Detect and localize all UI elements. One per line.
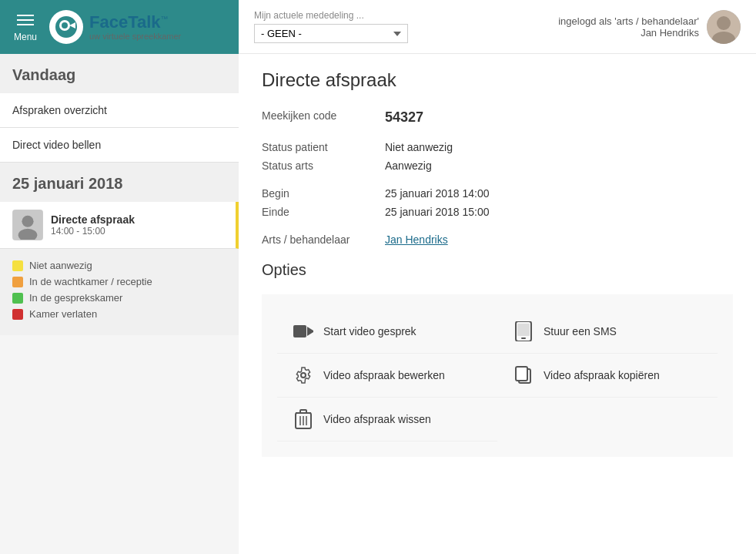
option-bewerken[interactable]: Video afspraak bewerken — [277, 354, 497, 398]
svg-rect-14 — [521, 337, 526, 339]
legend-wachtkamer: In de wachtkamer / receptie — [12, 276, 226, 287]
top-bar: Menu FaceTalk™ uw virtuele spreekkamer — [0, 0, 239, 54]
copy-icon — [513, 364, 534, 386]
einde-label: Einde — [262, 206, 385, 218]
main-content: Mijn actuele mededeling ... - GEEN - ing… — [239, 0, 756, 554]
einde-row: Einde 25 januari 2018 15:00 — [262, 206, 733, 218]
status-patient-value: Niet aanwezig — [385, 141, 453, 153]
menu-button[interactable]: Menu — [9, 8, 42, 45]
mededeling-select[interactable]: - GEEN - — [254, 24, 408, 43]
page-body: Directe afspraak Meekijken code 54327 St… — [239, 54, 756, 554]
option-stuur-sms[interactable]: Stuur een SMS — [497, 310, 718, 354]
user-info-text: ingelogd als 'arts / behandelaar' Jan He… — [558, 15, 699, 39]
einde-value: 25 januari 2018 15:00 — [385, 206, 489, 218]
option-start-video[interactable]: Start video gesprek — [277, 310, 497, 354]
status-patient-row: Status patient Niet aanwezig — [262, 141, 733, 153]
svg-rect-19 — [300, 410, 306, 413]
option-start-video-label: Start video gesprek — [323, 325, 416, 337]
today-heading: Vandaag — [0, 54, 239, 93]
appointment-info: Directe afspraak 14:00 - 15:00 — [51, 213, 223, 237]
option-bewerken-label: Video afspraak bewerken — [323, 369, 445, 381]
legend-label-niet-aanwezig: Niet aanwezig — [29, 260, 92, 271]
logo-main-text: FaceTalk — [89, 13, 161, 32]
gear-icon — [293, 364, 314, 386]
option-stuur-sms-label: Stuur een SMS — [544, 325, 617, 337]
main-header: Mijn actuele mededeling ... - GEEN - ing… — [239, 0, 756, 54]
menu-label: Menu — [14, 32, 37, 42]
sidebar: Menu FaceTalk™ uw virtuele spreekkamer V… — [0, 0, 239, 554]
user-name: Jan Hendriks — [558, 27, 699, 39]
header-mededeling: Mijn actuele mededeling ... - GEEN - — [254, 10, 408, 43]
avatar — [12, 210, 43, 240]
meekijken-label: Meekijken code — [262, 109, 385, 122]
option-kopieren-label: Video afspraak kopiëren — [544, 369, 660, 381]
logo-text: FaceTalk™ uw virtuele spreekkamer — [89, 13, 181, 41]
meekijken-value: 54327 — [385, 109, 423, 126]
legend-dot-green — [12, 293, 23, 304]
status-patient-label: Status patient — [262, 141, 385, 153]
arts-label: Arts / behandelaar — [262, 233, 385, 246]
mededeling-label: Mijn actuele mededeling ... — [254, 10, 408, 21]
legend-dot-yellow — [12, 260, 23, 271]
logo-circle — [49, 10, 83, 44]
arts-value[interactable]: Jan Hendriks — [385, 233, 448, 246]
legend-label-gesprekskamer: In de gesprekskamer — [29, 292, 122, 304]
legend-niet-aanwezig: Niet aanwezig — [12, 260, 226, 271]
svg-rect-16 — [516, 367, 527, 381]
legend-gesprekskamer: In de gesprekskamer — [12, 292, 226, 304]
status-arts-row: Status arts Aanwezig — [262, 159, 733, 172]
appointment-title: Directe afspraak — [51, 213, 223, 226]
svg-point-5 — [22, 216, 33, 227]
begin-value: 25 januari 2018 14:00 — [385, 187, 489, 200]
svg-point-2 — [62, 22, 68, 29]
header-user: ingelogd als 'arts / behandelaar' Jan He… — [558, 10, 741, 44]
info-table: Meekijken code 54327 Status patient Niet… — [262, 109, 733, 246]
arts-row: Arts / behandelaar Jan Hendriks — [262, 233, 733, 246]
option-wissen[interactable]: Video afspraak wissen — [277, 398, 497, 442]
legend-label-wachtkamer: In de wachtkamer / receptie — [29, 276, 152, 287]
status-arts-value: Aanwezig — [385, 159, 432, 172]
appointment-item[interactable]: Directe afspraak 14:00 - 15:00 — [0, 202, 239, 249]
sms-icon — [513, 321, 534, 342]
video-icon — [293, 321, 314, 342]
logo-icon — [54, 15, 79, 39]
logo-tm: ™ — [161, 15, 169, 23]
legend-dot-orange — [12, 277, 23, 287]
sidebar-item-video[interactable]: Direct video bellen — [0, 128, 239, 163]
begin-label: Begin — [262, 187, 385, 200]
svg-marker-11 — [307, 327, 313, 336]
sidebar-item-afspraken[interactable]: Afspraken overzicht — [0, 93, 239, 128]
appointment-time: 14:00 - 15:00 — [51, 226, 223, 237]
option-kopieren[interactable]: Video afspraak kopiëren — [497, 354, 718, 398]
options-title: Opties — [262, 261, 733, 279]
options-grid: Start video gesprek Stuur een SMS — [262, 294, 733, 457]
user-role: ingelogd als 'arts / behandelaar' — [558, 15, 699, 27]
menu-icon — [14, 12, 37, 29]
legend-kamer-verlaten: Kamer verlaten — [12, 308, 226, 320]
legend-label-kamer-verlaten: Kamer verlaten — [29, 308, 97, 320]
logo-sub-text: uw virtuele spreekkamer — [89, 32, 181, 41]
page-title: Directe afspraak — [262, 69, 733, 91]
user-avatar — [707, 10, 741, 44]
svg-rect-13 — [517, 324, 530, 336]
legend-dot-red — [12, 309, 23, 320]
option-wissen-label: Video afspraak wissen — [323, 413, 431, 425]
trash-icon — [293, 408, 314, 430]
date-heading: 25 januari 2018 — [0, 163, 239, 202]
status-arts-label: Status arts — [262, 159, 385, 172]
svg-rect-10 — [293, 325, 306, 337]
svg-point-8 — [717, 16, 731, 30]
legend-area: Niet aanwezig In de wachtkamer / recepti… — [0, 249, 239, 335]
meekijken-row: Meekijken code 54327 — [262, 109, 733, 126]
logo-area: FaceTalk™ uw virtuele spreekkamer — [49, 10, 181, 44]
begin-row: Begin 25 januari 2018 14:00 — [262, 187, 733, 200]
